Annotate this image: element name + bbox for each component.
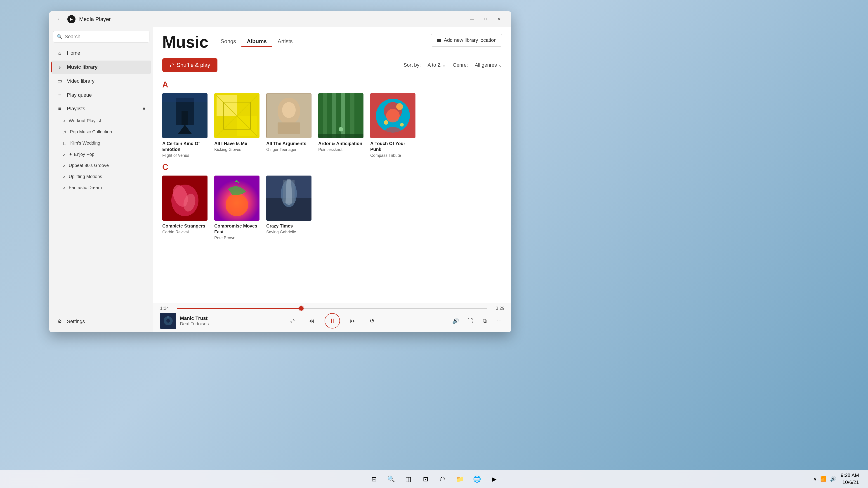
upbeat-icon: ♪	[63, 163, 65, 168]
svg-point-23	[339, 127, 343, 131]
tray-expand-icon[interactable]: ∧	[813, 476, 817, 482]
playlists-section-header[interactable]: ≡ Playlists ∧	[51, 103, 151, 115]
svg-rect-5	[162, 93, 208, 102]
sidebar-item-pop-music-collection[interactable]: ♬ Pop Music Collection	[51, 127, 151, 137]
sidebar-item-play-queue[interactable]: ≡ Play queue	[51, 89, 151, 102]
maximize-button[interactable]: □	[479, 15, 492, 24]
album-card-all-the[interactable]: All The Arguments Ginger Teenager	[266, 93, 311, 158]
album-card-all-i-have[interactable]: All I Have Is Me Kicking Gloves	[214, 93, 259, 158]
playlists-label: Playlists	[67, 106, 85, 111]
pause-button[interactable]: ⏸	[324, 313, 340, 328]
app-icon: ▶	[67, 15, 75, 23]
album-card-touch[interactable]: A Touch Of Your Punk Compass Tribute	[370, 93, 415, 158]
miniplayer-button[interactable]: ⧉	[479, 315, 490, 326]
taskbar-edge-icon[interactable]: 🌐	[471, 473, 483, 485]
prev-button[interactable]: ⏮	[306, 315, 317, 327]
album-card-ardor[interactable]: Ardor & Anticipation Pointlessknot	[318, 93, 364, 158]
shuffle-button[interactable]: ⇄	[287, 315, 298, 327]
sidebar-item-music-library[interactable]: ♪ Music library	[51, 61, 151, 74]
sidebar-item-video-library[interactable]: ▭ Video library	[51, 74, 151, 88]
volume-tray-icon[interactable]: 🔊	[830, 476, 836, 482]
add-library-icon: 🖿	[436, 37, 441, 43]
taskbar-media-icon[interactable]: ▶	[488, 473, 500, 485]
svg-point-4	[183, 127, 187, 131]
album-thumb-all-i-have	[214, 93, 259, 138]
taskbar-start-icon[interactable]: ⊞	[368, 473, 380, 485]
tab-artists[interactable]: Artists	[272, 36, 298, 47]
network-icon[interactable]: 📶	[820, 476, 827, 482]
add-library-button[interactable]: 🖿 Add new library location	[431, 34, 502, 46]
current-time: 1:24	[160, 306, 174, 311]
svg-rect-36	[162, 175, 208, 221]
back-button[interactable]: ←	[55, 15, 64, 24]
sort-label: Sort by:	[404, 62, 421, 68]
sidebar-item-kims-wedding[interactable]: ◻ Kim's Wedding	[51, 138, 151, 149]
playlist-mixed-icon: ♬	[63, 129, 66, 134]
albums-scroll-area[interactable]: A	[153, 75, 511, 303]
volume-button[interactable]: 🔊	[450, 315, 461, 326]
titlebar: ← ▶ Media Player — □ ✕	[49, 11, 511, 27]
tab-songs[interactable]: Songs	[215, 36, 241, 47]
sidebar-item-enjoy-pop[interactable]: ♪ ✦ Enjoy Pop	[51, 149, 151, 160]
taskbar-center: ⊞ 🔍 ◫ ⊡ ☖ 📁 🌐 ▶	[368, 473, 500, 485]
main-content: Music Songs Albums Artists 🖿 Add new lib…	[153, 27, 511, 332]
svg-point-30	[384, 120, 388, 125]
playlists-icon: ≡	[57, 106, 63, 111]
close-button[interactable]: ✕	[492, 15, 506, 24]
album-card-compromise[interactable]: Compromise Moves Fast Pete Brown	[214, 175, 259, 240]
more-options-button[interactable]: ⋯	[494, 315, 504, 326]
sidebar-item-home-label: Home	[67, 50, 80, 56]
tab-albums[interactable]: Albums	[241, 36, 272, 47]
sidebar-item-uplifting[interactable]: ♪ Uplifting Motions	[51, 171, 151, 182]
sidebar-item-fantastic[interactable]: ♪ Fantastic Dream	[51, 182, 151, 193]
title-tabs-group: Music Songs Albums Artists	[162, 34, 298, 50]
progress-row: 1:24 3:29	[153, 303, 511, 311]
np-track-title: Manic Trust	[180, 315, 232, 321]
search-input[interactable]	[65, 34, 146, 39]
album-card-a-certain[interactable]: A Certain Kind Of Emotion Flight of Venu…	[162, 93, 208, 158]
genre-label: Genre:	[453, 62, 468, 68]
progress-thumb[interactable]	[299, 306, 304, 311]
search-bar[interactable]: 🔍	[53, 31, 149, 42]
album-artist-a-certain: Flight of Venus	[162, 153, 208, 158]
sort-value[interactable]: A to Z ⌄	[428, 62, 446, 68]
now-playing-thumbnail	[160, 313, 176, 329]
genre-chevron-icon: ⌄	[498, 62, 502, 68]
repeat-button[interactable]: ↺	[366, 315, 378, 327]
album-grid-c: Complete Strangers Corbin Revival	[162, 175, 502, 240]
taskbar: ⊞ 🔍 ◫ ⊡ ☖ 📁 🌐 ▶ ∧ 📶 🔊 9:28 AM 10/6/21	[0, 470, 868, 488]
album-name-touch: A Touch Of Your Punk	[370, 140, 415, 152]
album-thumb-a-certain	[162, 93, 208, 138]
uplifting-icon: ♪	[63, 174, 65, 179]
sidebar-item-play-queue-label: Play queue	[67, 92, 92, 98]
taskbar-chat-icon[interactable]: ☖	[436, 473, 449, 485]
progress-track[interactable]	[177, 308, 487, 309]
fantastic-icon: ♪	[63, 185, 65, 190]
minimize-button[interactable]: —	[465, 15, 479, 24]
sidebar-item-upbeat[interactable]: ♪ Upbeat 80's Groove	[51, 160, 151, 171]
fantastic-label: Fantastic Dream	[69, 185, 102, 190]
taskbar-task-view-icon[interactable]: ◫	[402, 473, 414, 485]
controls-right: 🔊 ⛶ ⧉ ⋯	[432, 315, 504, 326]
album-card-crazy[interactable]: Crazy Times Saving Gabrielle	[266, 175, 311, 240]
album-thumb-touch	[370, 93, 415, 138]
sidebar-item-settings[interactable]: ⚙ Settings	[51, 315, 151, 328]
taskbar-explorer-icon[interactable]: 📁	[454, 473, 466, 485]
app-title: Media Player	[79, 16, 111, 22]
add-library-label: Add new library location	[444, 37, 497, 43]
taskbar-clock[interactable]: 9:28 AM 10/6/21	[841, 472, 859, 486]
album-card-complete[interactable]: Complete Strangers Corbin Revival	[162, 175, 208, 240]
genre-value[interactable]: All genres ⌄	[475, 62, 502, 68]
next-button[interactable]: ⏭	[347, 315, 359, 327]
section-c: C	[162, 162, 502, 240]
sidebar-item-workout-playlist[interactable]: ♪ Workout Playlist	[51, 116, 151, 126]
taskbar-search-icon[interactable]: 🔍	[385, 473, 397, 485]
pop-music-collection-label: Pop Music Collection	[70, 129, 112, 134]
album-artist-compromise: Pete Brown	[214, 236, 259, 240]
shuffle-play-button[interactable]: ⇄ Shuffle & play	[162, 58, 217, 72]
expand-button[interactable]: ⛶	[465, 315, 475, 326]
sidebar-item-home[interactable]: ⌂ Home	[51, 46, 151, 60]
controls-center: ⇄ ⏮ ⏸ ⏭ ↺	[232, 313, 432, 328]
taskbar-widgets-icon[interactable]: ⊡	[419, 473, 432, 485]
sort-chevron-icon: ⌄	[442, 62, 446, 68]
